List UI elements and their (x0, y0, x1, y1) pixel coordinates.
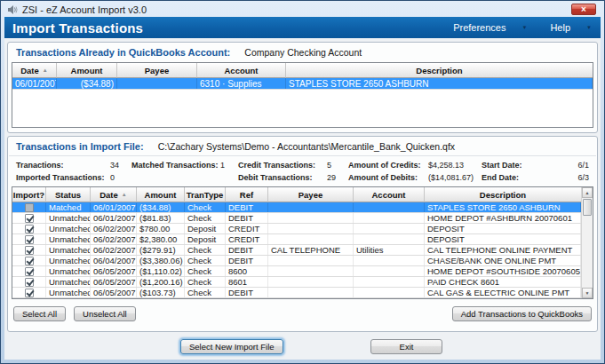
stat-value: 34 (110, 161, 131, 170)
table-row[interactable]: Matched 06/01/2007 ($34.88) Check DEBIT … (12, 202, 581, 213)
amount-cell: ($103.73) (137, 288, 185, 297)
scroll-down-icon[interactable]: ▼ (582, 288, 593, 298)
table-row[interactable]: Unmatched 06/05/2007 ($103.73) Check DEB… (12, 288, 581, 298)
scrollbar-thumb[interactable] (583, 199, 592, 216)
add-transactions-button[interactable]: Add Transactions to QuickBooks (452, 306, 592, 321)
import-checkbox[interactable] (25, 214, 34, 223)
table-row[interactable]: Unmatched 06/02/2007 $2,380.00 Deposit C… (12, 234, 581, 245)
trantype-cell: Check (185, 213, 226, 223)
import-cell (12, 213, 46, 223)
import-checkbox[interactable] (25, 203, 34, 212)
menu-bar: Preferences ▼ Help ▼ (430, 22, 592, 33)
ref-cell: CREDIT (226, 234, 268, 244)
trantype-cell: Deposit (185, 234, 226, 244)
table-row[interactable]: Unmatched 06/05/2007 ($1,200.16) Check 8… (12, 277, 581, 288)
grid-rows-area: Import? Status Date ▲ Amount TranType Re… (12, 187, 581, 298)
col-account[interactable]: Account (354, 187, 425, 202)
date-cell: 06/01/2007 (91, 202, 137, 212)
date-cell: 06/02/2007 (91, 245, 137, 255)
stat-value: 1 (220, 161, 238, 170)
window-frame: ZSI - eZ Account Import v3.0 × Import Tr… (0, 0, 605, 364)
trantype-cell: Check (185, 256, 226, 265)
import-stats: Tranactions: 34 Matched Transactions: 1 … (8, 156, 597, 182)
stat-label: Debit Transactions: (238, 173, 327, 182)
description-cell: STAPLES STORE 2650 ASHBURN (425, 202, 581, 212)
col-status[interactable]: Status (46, 187, 91, 202)
qb-col-payee[interactable]: Payee (117, 63, 197, 78)
payee-cell (268, 256, 354, 265)
page-header: Import Transactions Preferences ▼ Help ▼ (4, 17, 601, 38)
account-cell: Utilities (354, 245, 425, 255)
status-cell: Unmatched (46, 256, 91, 265)
col-description[interactable]: Description (425, 187, 581, 202)
amount-cell: ($34.88) (57, 78, 117, 89)
payee-cell (117, 78, 197, 89)
ref-cell: 8600 (226, 266, 268, 276)
col-ref[interactable]: Ref (226, 187, 268, 202)
import-checkbox[interactable] (25, 235, 34, 244)
status-cell: Unmatched (46, 224, 91, 233)
description-cell: HOME DEPOT #SOUTHSIDE 20070605 (425, 266, 581, 276)
date-cell: 06/04/2007 (91, 256, 137, 265)
ref-cell: DEBIT (226, 202, 268, 212)
trantype-cell: Deposit (185, 224, 226, 233)
stat-value: 0 (110, 173, 131, 182)
date-cell: 06/02/2007 (91, 224, 137, 233)
ref-cell: 8601 (226, 277, 268, 287)
qb-col-account[interactable]: Account (197, 63, 286, 78)
import-checkbox[interactable] (25, 278, 34, 287)
qb-groupbox-header: Transactions Already in QuickBooks Accou… (8, 43, 597, 60)
table-row[interactable]: Unmatched 06/02/2007 $780.00 Deposit CRE… (12, 224, 581, 234)
import-cell (12, 234, 46, 244)
table-row[interactable]: Unmatched 06/05/2007 ($1,110.02) Check 8… (12, 266, 581, 277)
scroll-up-icon[interactable]: ▲ (582, 187, 593, 198)
stat-label: Amount of Credits: (348, 161, 428, 170)
import-checkbox[interactable] (25, 257, 34, 265)
col-date[interactable]: Date ▲ (91, 187, 137, 202)
col-import[interactable]: Import? (12, 187, 46, 202)
select-all-button[interactable]: Select All (13, 306, 66, 321)
description-cell: DEPOSIT (425, 234, 581, 244)
qb-col-description[interactable]: Description (286, 63, 593, 78)
menu-help[interactable]: Help ▼ (550, 22, 592, 33)
amount-cell: ($1,110.02) (137, 266, 185, 276)
page-title: Import Transactions (12, 20, 143, 36)
amount-cell: ($81.83) (137, 213, 185, 223)
amount-cell: ($3,380.06) (137, 256, 185, 265)
table-row[interactable]: Unmatched 06/04/2007 ($3,380.06) Check D… (12, 256, 581, 266)
vertical-scrollbar[interactable]: ▲ ▼ (581, 187, 593, 298)
description-cell: PAID CHECK 8601 (425, 277, 581, 287)
payee-cell: CAL TELEPHONE (268, 245, 354, 255)
grid-header: Import? Status Date ▲ Amount TranType Re… (12, 187, 581, 202)
payee-cell (268, 234, 354, 244)
import-checkbox[interactable] (25, 289, 34, 297)
status-cell: Unmatched (46, 234, 91, 244)
stat-value: 6/1 (526, 161, 589, 170)
unselect-all-button[interactable]: Unselect All (74, 306, 136, 321)
import-checkbox[interactable] (25, 246, 34, 255)
import-cell (12, 224, 46, 233)
col-payee[interactable]: Payee (268, 187, 354, 202)
description-cell: HOME DEPOT #ASHBURN 20070601 (425, 213, 581, 223)
col-trantype[interactable]: TranType (185, 187, 226, 202)
payee-cell (268, 266, 354, 276)
description-cell: CHASE/BANK ONE ONLINE PMT (425, 256, 581, 265)
date-cell: 06/01/2007 (12, 78, 57, 89)
table-row[interactable]: 06/01/2007 ($34.88) 6310 · Supplies STAP… (12, 78, 593, 90)
chevron-down-icon: ▼ (521, 25, 527, 30)
qb-transactions-table: Date ▲ Amount Payee Account Description … (12, 62, 593, 128)
import-file-path: C:\Zachary Systems\Demo - Accountants\Me… (158, 141, 455, 152)
exit-button[interactable]: Exit (370, 339, 442, 354)
menu-preferences[interactable]: Preferences ▼ (453, 22, 527, 33)
table-row[interactable]: Unmatched 06/02/2007 ($279.91) Check DEB… (12, 245, 581, 256)
close-button[interactable]: × (571, 4, 596, 15)
status-cell: Unmatched (46, 245, 91, 255)
col-amount[interactable]: Amount (137, 187, 185, 202)
account-cell (354, 224, 425, 233)
qb-col-amount[interactable]: Amount (57, 63, 117, 78)
table-row[interactable]: Unmatched 06/01/2007 ($81.83) Check DEBI… (12, 213, 581, 224)
qb-col-date[interactable]: Date ▲ (12, 63, 57, 78)
import-checkbox[interactable] (25, 267, 34, 276)
select-new-import-file-button[interactable]: Select New Import File (180, 339, 283, 354)
import-checkbox[interactable] (25, 225, 34, 233)
